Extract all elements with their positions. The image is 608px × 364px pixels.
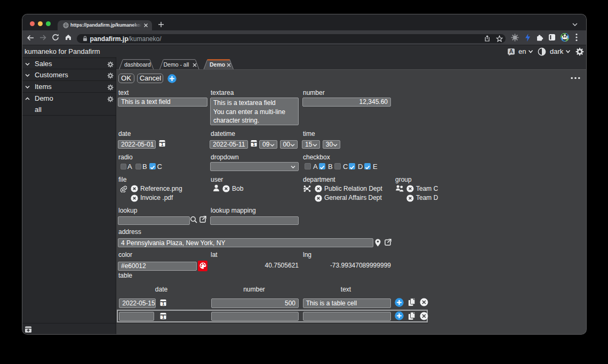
svg-text:A: A: [509, 48, 514, 54]
svg-text:1: 1: [162, 314, 165, 320]
svg-text:1: 1: [253, 142, 255, 147]
svg-text:1: 1: [162, 301, 165, 306]
svg-text:1: 1: [161, 142, 163, 147]
